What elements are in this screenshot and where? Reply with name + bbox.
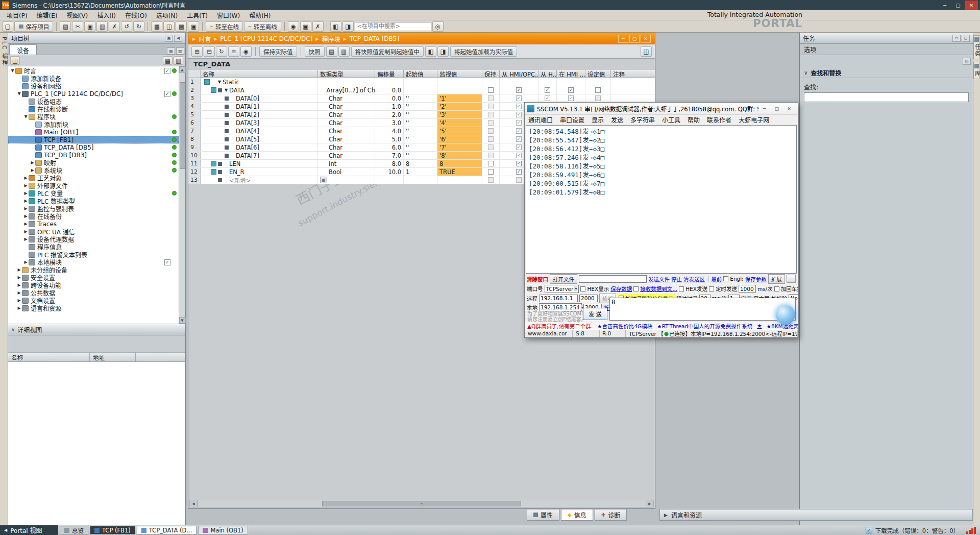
sscom-menu-item[interactable]: 发送 [607,114,627,125]
snapshot-button[interactable]: 快照 [305,46,325,57]
expander-icon[interactable]: ▶ [16,268,22,272]
insert-row-icon[interactable]: ⊞ [191,46,203,57]
datatype-cell[interactable]: ▦Int [318,160,375,167]
expander-icon[interactable]: ▶ [23,183,29,188]
save-params-button[interactable]: 保存参数 [745,275,767,283]
tree-item[interactable]: ▶ PLC 变量 ✓ [8,189,179,197]
pin-panel-icon[interactable]: ▣ [165,35,173,42]
table-row[interactable]: 1 ▼ Static ▦ [188,78,655,86]
name-cell[interactable]: LEN [201,160,318,167]
column-header[interactable]: 偏移量 [375,70,404,78]
promo-link[interactable]: ▲Q群满员了,请有第二个群. [527,322,593,329]
datatype-cell[interactable]: ▦Char [318,135,375,143]
retain-checkbox[interactable] [488,144,494,150]
expander-icon[interactable]: ▶ [23,229,29,234]
device-view-icon[interactable]: ▩ [176,21,187,32]
editor-close-button[interactable]: ✕ [641,35,651,43]
hmi-opc-checkbox[interactable] [516,104,522,109]
scroll-up-icon[interactable]: ▲ [179,66,186,73]
sscom-close-button[interactable]: ✕ [783,104,795,113]
retain-checkbox[interactable] [488,153,494,158]
expand-all-icon[interactable]: ▦ [167,47,175,55]
table-row[interactable]: 2 ▼ DATA ▦Ar [188,86,655,94]
taskbar-editor-button[interactable]: Main (OB1) [198,526,248,534]
expander-icon[interactable]: ▶ [23,191,29,196]
expander-icon[interactable]: ▶ [23,214,29,218]
name-cell[interactable]: DATA[1] [201,103,318,110]
visible-hmi-checkbox[interactable] [568,95,574,101]
tree-item[interactable]: ▶ 在线备份 ✓ [8,212,179,220]
tab-libraries[interactable]: 库 [973,62,980,79]
expander-icon[interactable]: ▶ [16,283,22,287]
tree-item[interactable]: ▶ 映射 ✓ [8,159,179,166]
column-header[interactable]: 保持 [482,70,500,78]
name-cell[interactable]: DATA[7] [201,152,318,159]
comment-cell[interactable] [611,94,655,102]
taskbar-editor-button[interactable]: 总览 [60,526,88,534]
panel-collapse-icon[interactable]: ◻ [962,35,970,42]
expander-icon[interactable]: ▼ [23,114,29,119]
menu-item[interactable]: 选项(N) [152,10,182,20]
comment-cell[interactable] [611,78,655,86]
datatype-cell[interactable]: ▦Char [318,103,375,110]
filter-icon[interactable]: ▥ [174,56,183,65]
file-path-input[interactable] [579,275,647,283]
sscom-menu-item[interactable]: 通讯端口 [525,114,556,125]
tree-item[interactable]: ▶ 跨设备功能 ✓ [8,281,179,289]
extend-button[interactable]: 扩展 [768,274,785,284]
start-value-cell[interactable]: '' [404,103,437,110]
retain-checkbox[interactable] [488,136,494,142]
recv-to-file-checkbox[interactable] [633,286,639,291]
tree-item[interactable]: ▶ 监控与强制表 ✓ [8,205,179,212]
languages-resources-bar[interactable]: ▶ 语言和资源 [659,509,973,521]
sscom-menu-item[interactable]: 联系作者 [703,114,735,125]
retain-checkbox[interactable] [488,169,494,175]
sscom-log[interactable]: [20:08:54.548]发→◇1□[20:08:55.547]发→◇2□[2… [526,125,797,274]
scroll-left-icon[interactable]: ◀ [190,500,198,507]
sscom-menu-item[interactable]: 显示 [588,114,607,125]
english-checkbox[interactable] [723,276,728,281]
go-offline-button[interactable]: ⌁转至离线 [244,21,281,32]
hscroll-thumb[interactable]: ≡ [322,501,521,506]
expander-icon[interactable]: ▶ [23,206,29,211]
undo-icon[interactable]: ↺ [121,21,132,32]
copy-start-values-icon[interactable]: ▥ [338,46,350,57]
tree-item[interactable]: ▶ 公共数据 ✓ [8,289,179,297]
tree-item[interactable]: ▼ 程序块 ✓ [8,113,179,120]
stop-runtime-icon[interactable]: ✗ [312,21,324,32]
find-replace-section[interactable]: ∨ 查找和替换 [800,67,973,78]
editor-hscrollbar[interactable]: ◀ ≡ ▶ [189,500,654,507]
cut-icon[interactable]: ✂ [72,21,83,32]
hmi-opc-checkbox[interactable] [516,144,522,150]
scroll-right-icon[interactable]: ▶ [646,500,653,507]
devices-tab[interactable]: 设备 [9,44,37,55]
retain-checkbox[interactable] [488,120,494,126]
expander-icon[interactable]: ▶ [23,237,29,241]
task-options-icon[interactable]: ▤ [963,58,971,65]
name-cell[interactable]: DATA[4] [201,127,318,135]
crlf-checkbox[interactable] [774,286,779,291]
datatype-cell[interactable]: ▦ [318,176,375,184]
datatype-cell[interactable]: ▦Char [318,111,375,118]
promo-link[interactable]: ★合宙高性价比4G模块 [597,322,652,329]
hex-display-checkbox[interactable] [580,286,585,291]
tree-item[interactable]: ▶ Traces ✓ [8,220,179,228]
name-cell[interactable]: <新增> [201,176,318,184]
new-project-icon[interactable]: ▢ [2,21,13,32]
start-value-cell[interactable]: 1 [404,168,437,176]
collapse-panel-icon[interactable]: ◀ [174,35,182,42]
start-value-cell[interactable]: '' [404,143,437,151]
tree-item[interactable]: ▼ PLC_1 [CPU 1214C DC/DC/DC] ✓ [8,90,179,98]
datatype-cell[interactable]: ▦Char [318,127,375,135]
start-value-cell[interactable]: '' [404,127,437,135]
project-search-input[interactable] [355,22,431,31]
retain-checkbox[interactable] [488,112,494,117]
column-header[interactable]: 起始值 [404,70,437,78]
find-input[interactable] [804,92,969,102]
maximize-button[interactable]: ▢ [951,1,965,10]
online-status-icon[interactable]: ◫ [10,56,20,65]
diagnostics-tab[interactable]: ✚诊断 [595,509,627,521]
retain-checkbox[interactable] [488,95,494,101]
name-cell[interactable]: DATA[6] [201,143,318,151]
sscom-menu-item[interactable]: 串口设置 [556,114,588,125]
